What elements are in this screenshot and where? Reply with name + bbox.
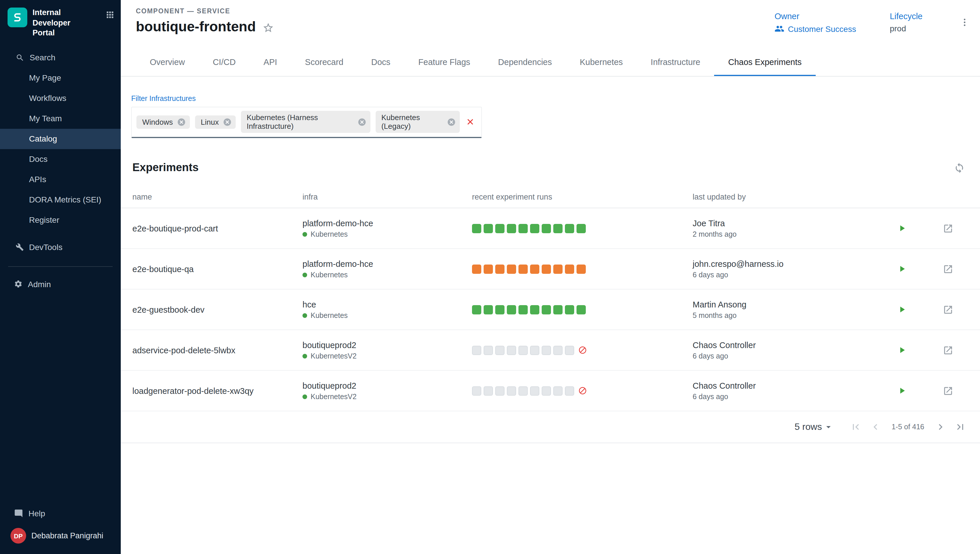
tab-dependencies[interactable]: Dependencies	[484, 49, 566, 76]
kebab-menu-icon[interactable]	[960, 11, 970, 27]
run-indicator-square[interactable]	[507, 345, 516, 355]
run-indicator-square[interactable]	[553, 305, 563, 314]
prev-page-button[interactable]	[867, 419, 883, 435]
user-profile[interactable]: DP Debabrata Panigrahi	[0, 523, 121, 548]
open-experiment-button[interactable]	[943, 223, 953, 234]
lifecycle-label[interactable]: Lifecycle	[890, 11, 923, 21]
sidebar-item-workflows[interactable]: Workflows	[0, 88, 121, 108]
sidebar-item-docs[interactable]: Docs	[0, 149, 121, 169]
run-indicator-square[interactable]	[530, 264, 539, 274]
sidebar-item-dora-metrics-sei[interactable]: DORA Metrics (SEI)	[0, 189, 121, 210]
run-indicator-square[interactable]	[576, 264, 586, 274]
run-indicator-square[interactable]	[495, 264, 504, 274]
run-indicator-square[interactable]	[530, 386, 539, 395]
run-indicator-square[interactable]	[484, 305, 493, 314]
last-page-button[interactable]	[952, 419, 969, 435]
run-indicator-square[interactable]	[565, 224, 574, 233]
filter-infrastructures-label[interactable]: Filter Infrastructures	[131, 95, 196, 103]
sidebar-item-apis[interactable]: APIs	[0, 169, 121, 189]
run-indicator-square[interactable]	[484, 345, 493, 355]
run-indicator-square[interactable]	[507, 264, 516, 274]
run-experiment-button[interactable]	[897, 223, 907, 233]
run-indicator-square[interactable]	[519, 224, 528, 233]
tab-chaos-experiments[interactable]: Chaos Experiments	[714, 49, 816, 76]
run-indicator-square[interactable]	[530, 305, 539, 314]
run-indicator-square[interactable]	[507, 305, 516, 314]
run-indicator-square[interactable]	[507, 386, 516, 395]
apps-grid-icon[interactable]	[105, 10, 115, 20]
run-indicator-square[interactable]	[495, 345, 504, 355]
run-experiment-button[interactable]	[897, 304, 907, 314]
run-indicator-square[interactable]	[542, 305, 551, 314]
infrastructure-filter-input[interactable]: WindowsLinuxKubernetes (Harness Infrastr…	[131, 107, 482, 138]
run-indicator-square[interactable]	[495, 224, 504, 233]
run-indicator-square[interactable]	[542, 264, 551, 274]
run-indicator-square[interactable]	[542, 345, 551, 355]
run-indicator-square[interactable]	[472, 386, 481, 395]
run-indicator-square[interactable]	[565, 305, 574, 314]
run-indicator-square[interactable]	[519, 345, 528, 355]
run-indicator-square[interactable]	[484, 264, 493, 274]
run-indicator-square[interactable]	[576, 224, 586, 233]
star-icon[interactable]	[262, 22, 274, 33]
run-indicator-square[interactable]	[565, 264, 574, 274]
run-indicator-square[interactable]	[553, 345, 563, 355]
remove-chip-icon[interactable]	[358, 118, 366, 126]
run-indicator-square[interactable]	[553, 224, 563, 233]
sidebar-item-help[interactable]: Help	[0, 503, 121, 523]
run-indicator-square[interactable]	[472, 305, 481, 314]
open-experiment-button[interactable]	[943, 304, 953, 315]
tab-docs[interactable]: Docs	[358, 49, 404, 76]
owner-value[interactable]: Customer Success	[774, 24, 856, 33]
run-indicator-square[interactable]	[472, 264, 481, 274]
remove-chip-icon[interactable]	[177, 118, 186, 126]
tab-feature-flags[interactable]: Feature Flags	[404, 49, 484, 76]
run-indicator-square[interactable]	[519, 386, 528, 395]
next-page-button[interactable]	[932, 419, 949, 435]
run-experiment-button[interactable]	[897, 345, 907, 355]
run-indicator-square[interactable]	[542, 224, 551, 233]
tab-ci-cd[interactable]: CI/CD	[199, 49, 250, 76]
sidebar-item-my-team[interactable]: My Team	[0, 108, 121, 129]
run-indicator-square[interactable]	[553, 264, 563, 274]
run-indicator-square[interactable]	[472, 345, 481, 355]
remove-chip-icon[interactable]	[223, 118, 231, 126]
run-indicator-square[interactable]	[519, 305, 528, 314]
clear-filters-icon[interactable]	[465, 116, 476, 127]
run-indicator-square[interactable]	[530, 345, 539, 355]
tab-overview[interactable]: Overview	[136, 49, 199, 76]
run-indicator-square[interactable]	[553, 386, 563, 395]
sidebar-item-devtools[interactable]: DevTools	[0, 237, 121, 257]
open-experiment-button[interactable]	[943, 264, 953, 274]
run-indicator-square[interactable]	[484, 386, 493, 395]
run-indicator-square[interactable]	[507, 224, 516, 233]
tab-api[interactable]: API	[250, 49, 291, 76]
rows-per-page-select[interactable]: 5 rows	[795, 422, 833, 432]
run-indicator-square[interactable]	[576, 305, 586, 314]
tab-kubernetes[interactable]: Kubernetes	[566, 49, 637, 76]
run-indicator-square[interactable]	[495, 386, 504, 395]
sidebar-item-catalog[interactable]: Catalog	[0, 129, 121, 149]
owner-label[interactable]: Owner	[774, 11, 856, 21]
sidebar-item-register[interactable]: Register	[0, 210, 121, 230]
sidebar-item-admin[interactable]: Admin	[0, 274, 121, 294]
run-indicator-square[interactable]	[484, 224, 493, 233]
run-experiment-button[interactable]	[897, 386, 907, 396]
first-page-button[interactable]	[848, 419, 863, 435]
run-experiment-button[interactable]	[897, 264, 907, 274]
run-indicator-square[interactable]	[565, 345, 574, 355]
open-experiment-button[interactable]	[943, 345, 953, 355]
sidebar-item-my-page[interactable]: My Page	[0, 68, 121, 88]
run-indicator-square[interactable]	[472, 224, 481, 233]
remove-chip-icon[interactable]	[447, 118, 456, 126]
refresh-icon[interactable]	[953, 161, 966, 175]
run-indicator-square[interactable]	[519, 264, 528, 274]
run-indicator-square[interactable]	[542, 386, 551, 395]
tab-infrastructure[interactable]: Infrastructure	[637, 49, 714, 76]
open-experiment-button[interactable]	[943, 385, 953, 396]
run-indicator-square[interactable]	[530, 224, 539, 233]
sidebar-item-search[interactable]: Search	[0, 47, 121, 68]
run-indicator-square[interactable]	[565, 386, 574, 395]
run-indicator-square[interactable]	[495, 305, 504, 314]
tab-scorecard[interactable]: Scorecard	[291, 49, 358, 76]
